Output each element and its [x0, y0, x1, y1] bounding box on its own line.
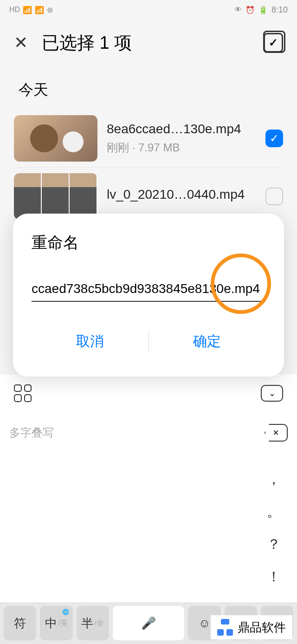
video-thumbnail — [14, 173, 97, 220]
section-today: 今天 — [0, 66, 297, 110]
punct-comma[interactable]: ， — [265, 470, 283, 489]
keyboard-handwriting-area[interactable]: ， 。 ？ ！ — [0, 454, 297, 602]
collapse-keyboard-icon[interactable]: ⌄ — [261, 385, 283, 402]
file-list: 8ea6ccaed…130e.mp4 刚刚 · 7.97 MB ✓ lv_0_2… — [0, 110, 297, 225]
sync-icon: ⊚ — [47, 6, 53, 14]
key-space[interactable]: 🎤 — [113, 606, 185, 640]
page-title: 已选择 1 项 — [42, 31, 250, 55]
clock: 8:10 — [271, 5, 288, 15]
video-thumbnail — [14, 115, 97, 162]
key-symbol[interactable]: 符 — [4, 606, 36, 640]
globe-icon: 🌐 — [62, 609, 69, 615]
watermark: 鼎品软件 — [211, 615, 292, 639]
checkbox-unchecked[interactable] — [265, 188, 283, 205]
keyboard-suggestion-bar: 多字叠写 — [0, 412, 297, 454]
alarm-icon: ⏰ — [245, 6, 255, 14]
select-all-button[interactable] — [264, 33, 283, 52]
eye-icon: 👁 — [234, 6, 242, 14]
rename-dialog: 重命名 取消 确定 — [13, 214, 284, 377]
backspace-icon[interactable] — [265, 424, 288, 442]
punct-question[interactable]: ？ — [265, 535, 283, 554]
signal-icon: 📶 — [23, 6, 32, 14]
checkbox-checked[interactable]: ✓ — [265, 130, 283, 147]
suggestion-text: 多字叠写 — [9, 425, 54, 440]
emoji-icon: ☺ — [198, 616, 211, 631]
file-name: 8ea6ccaed…130e.mp4 — [107, 122, 256, 137]
watermark-icon — [217, 619, 234, 636]
punct-period[interactable]: 。 — [265, 502, 283, 521]
file-item[interactable]: 8ea6ccaed…130e.mp4 刚刚 · 7.97 MB ✓ — [14, 110, 283, 168]
confirm-button[interactable]: 确定 — [148, 325, 265, 358]
wifi-icon: 📶 — [35, 6, 44, 14]
file-meta: 刚刚 · 7.97 MB — [107, 140, 256, 155]
cancel-button[interactable]: 取消 — [32, 325, 148, 358]
battery-icon: 🔋 — [258, 6, 268, 14]
rename-input[interactable] — [32, 277, 265, 302]
selection-header: ✕ 已选择 1 项 — [0, 20, 297, 66]
punct-exclaim[interactable]: ！ — [265, 567, 283, 586]
grid-icon[interactable] — [14, 384, 32, 402]
status-bar: HD 📶 📶 ⊚ 👁 ⏰ 🔋 8:10 — [0, 0, 297, 20]
key-width[interactable]: 半/全 — [77, 606, 109, 640]
mic-icon: 🎤 — [141, 616, 156, 631]
keyboard-toolbar: ⌄ — [0, 374, 297, 412]
dialog-title: 重命名 — [32, 232, 265, 277]
file-name: lv_0_20210…0440.mp4 — [107, 187, 256, 202]
key-lang[interactable]: 🌐中/英 — [40, 606, 72, 640]
hd-icon: HD — [9, 6, 20, 14]
close-icon[interactable]: ✕ — [14, 33, 28, 52]
